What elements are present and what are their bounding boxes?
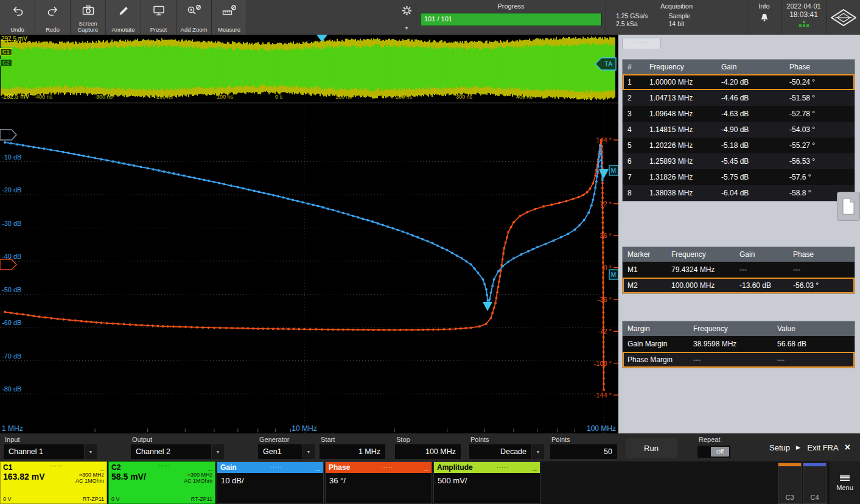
table-cell: Phase Margin bbox=[623, 352, 688, 368]
column-header: Frequency bbox=[666, 247, 735, 262]
svg-text:-60 dB: -60 dB bbox=[2, 319, 21, 326]
coupling-value: AC 1MOhm bbox=[75, 478, 104, 484]
channel-tag-c1[interactable]: C1 bbox=[0, 48, 12, 55]
channel1-signal-box[interactable]: C1 ····· _ 163.82 mV ≈300 MHz AC 1MOhm 0… bbox=[0, 461, 107, 504]
annotate-button[interactable]: Annotate bbox=[106, 0, 141, 35]
info-panel[interactable]: Info bbox=[747, 0, 781, 35]
points-count-input[interactable]: 50 bbox=[550, 444, 617, 459]
table-row[interactable]: 41.14815 MHz-4.90 dB-54.03 ° bbox=[623, 122, 855, 138]
vertical-scale-bottom-label: -292.5 mV bbox=[1, 93, 29, 100]
table-cell: 6 bbox=[623, 153, 645, 169]
start-frequency-input[interactable]: 1 MHz bbox=[320, 444, 385, 459]
table-row[interactable]: M179.4324 MHz------ bbox=[623, 262, 855, 278]
exit-fra-button[interactable]: Exit FRA × bbox=[807, 433, 850, 461]
table-row[interactable]: M2100.000 MHz-13.60 dB-56.03 ° bbox=[623, 278, 855, 293]
table-cell: 1.04713 MHz bbox=[645, 90, 716, 106]
table-row[interactable]: 21.04713 MHz-4.46 dB-51.58 ° bbox=[623, 90, 855, 106]
channel2-signal-box[interactable]: C2 ····· _ 58.5 mV/ ≈300 MHz AC 1MOhm 0 … bbox=[108, 461, 215, 504]
toolbar-spacer bbox=[247, 0, 397, 35]
column-header: Frequency bbox=[688, 321, 772, 336]
table-cell: -5.45 dB bbox=[716, 153, 785, 169]
minimize-icon[interactable]: _ bbox=[424, 463, 428, 472]
setup-button[interactable]: Setup ▶ bbox=[769, 433, 800, 461]
bode-plot[interactable]: -10 dB-20 dB-30 dB-40 dB-50 dB-60 dB-70 … bbox=[0, 103, 618, 433]
notification-bell-icon[interactable] bbox=[758, 12, 771, 25]
acquisition-panel[interactable]: Acquisition 1.25 GSa/s 2.5 kSa Sample 14… bbox=[606, 0, 747, 35]
dropdown-arrow-icon[interactable]: ▼ bbox=[302, 444, 315, 459]
dropdown-arrow-icon[interactable]: ▼ bbox=[212, 444, 224, 459]
repeat-toggle[interactable]: Off bbox=[697, 446, 730, 458]
add-zoom-button[interactable]: Add Zoom bbox=[177, 0, 212, 35]
panel-tab[interactable]: ······ bbox=[622, 38, 661, 49]
svg-text:-40 dB: -40 dB bbox=[2, 253, 21, 260]
bandwidth-value: 300 MHz bbox=[82, 472, 104, 478]
stop-frequency-input[interactable]: 100 MHz bbox=[395, 444, 461, 459]
gain-signal-box[interactable]: Gain ····· _ 10 dB/ bbox=[217, 461, 324, 504]
generator-select[interactable]: Gen1 bbox=[258, 444, 302, 459]
chevron-down-icon[interactable]: ▼ bbox=[404, 26, 409, 31]
minimize-icon[interactable]: _ bbox=[208, 463, 212, 472]
run-button[interactable]: Run bbox=[626, 438, 677, 458]
time-axis-label: 400 ns bbox=[516, 94, 533, 100]
table-header-row: MarginFrequencyValue bbox=[623, 321, 855, 336]
table-cell: 1.00000 MHz bbox=[645, 74, 716, 90]
screen-capture-button[interactable]: Screen Capture bbox=[71, 0, 106, 35]
table-row[interactable]: 31.09648 MHz-4.63 dB-52.78 ° bbox=[623, 106, 855, 122]
table-cell: 1.38038 MHz bbox=[645, 185, 716, 201]
minimize-icon[interactable]: _ bbox=[533, 463, 537, 472]
svg-text:-80 dB: -80 dB bbox=[2, 385, 21, 393]
table-row[interactable]: 81.38038 MHz-6.04 dB-58.8 ° bbox=[623, 185, 855, 201]
table-cell: -55.27 ° bbox=[785, 138, 855, 153]
arrow-right-icon: ▶ bbox=[796, 444, 800, 450]
dropdown-arrow-icon[interactable]: ▼ bbox=[532, 444, 544, 459]
channel3-label: C3 bbox=[778, 494, 801, 501]
drag-dots-icon: ····· bbox=[497, 464, 509, 471]
redo-button[interactable]: Redo bbox=[35, 0, 71, 35]
signal-bar-spacer bbox=[542, 461, 777, 504]
table-cell: 79.4324 MHz bbox=[666, 262, 735, 278]
bandwidth-value: 300 MHz bbox=[191, 472, 212, 478]
table-row[interactable]: 71.31826 MHz-5.75 dB-57.6 ° bbox=[623, 169, 855, 185]
preset-button[interactable]: Preset bbox=[141, 0, 177, 35]
table-cell: -5.18 dB bbox=[716, 138, 785, 153]
acquisition-waveform-strip[interactable]: TA 292.5 mV -292.5 mV C1 C2 -400 ns-300 … bbox=[0, 35, 618, 102]
settings-gear-button[interactable]: ▼ bbox=[397, 0, 416, 35]
fra-field-points-count: Points 50 bbox=[550, 433, 617, 461]
minimize-icon[interactable]: _ bbox=[100, 463, 104, 472]
menu-button[interactable]: Menu bbox=[830, 461, 860, 504]
fra-field-input: Input Channel 1 ▼ bbox=[4, 433, 97, 461]
channel-tag-c2[interactable]: C2 bbox=[0, 59, 12, 66]
table-row[interactable]: Phase Margin------ bbox=[623, 352, 855, 368]
table-cell: --- bbox=[735, 262, 788, 278]
phase-signal-box[interactable]: Phase ····· _ 36 °/ bbox=[325, 461, 432, 504]
amplitude-signal-box[interactable]: Amplitude ····· _ 500 mV/ bbox=[433, 461, 540, 504]
menu-label: Menu bbox=[836, 484, 853, 491]
channel3-box[interactable]: C3 bbox=[778, 463, 802, 504]
table-row[interactable]: Gain Margin38.9598 MHz56.68 dB bbox=[623, 336, 855, 352]
table-row[interactable]: 11.00000 MHz-4.20 dB-50.24 ° bbox=[623, 74, 855, 90]
offset-value: 0 V bbox=[3, 496, 12, 502]
time-axis-label: 300 ns bbox=[456, 94, 472, 100]
input-channel-select[interactable]: Channel 1 bbox=[4, 444, 84, 459]
marker-m1-triangle[interactable] bbox=[483, 302, 492, 311]
dropdown-arrow-icon[interactable]: ▼ bbox=[85, 444, 97, 459]
channel-scale-value: 163.82 mV bbox=[3, 472, 45, 484]
output-channel-select[interactable]: Channel 2 bbox=[131, 444, 211, 459]
table-row[interactable]: 61.25893 MHz-5.45 dB-56.53 ° bbox=[623, 153, 855, 169]
table-cell: -6.04 dB bbox=[716, 185, 785, 201]
time-value: 18:03:41 bbox=[785, 10, 822, 19]
table-row[interactable]: 51.20226 MHz-5.18 dB-55.27 ° bbox=[623, 138, 855, 153]
channel3-color-stripe bbox=[778, 463, 801, 466]
signal-bar: C1 ····· _ 163.82 mV ≈300 MHz AC 1MOhm 0… bbox=[0, 461, 860, 504]
datetime-panel[interactable]: 2022-04-01 18:03:41 bbox=[781, 0, 826, 35]
report-document-button[interactable] bbox=[837, 192, 860, 221]
minimize-icon[interactable]: _ bbox=[316, 463, 320, 472]
svg-text:-30 dB: -30 dB bbox=[2, 220, 21, 227]
zoom-icon bbox=[186, 4, 202, 17]
measure-button[interactable]: Measure bbox=[212, 0, 247, 35]
drag-dots-icon: ····· bbox=[50, 463, 62, 472]
redo-label: Redo bbox=[46, 27, 60, 33]
undo-button[interactable]: Undo bbox=[0, 0, 35, 35]
points-mode-select[interactable]: Decade bbox=[469, 444, 531, 459]
channel4-box[interactable]: C4 bbox=[803, 463, 827, 504]
